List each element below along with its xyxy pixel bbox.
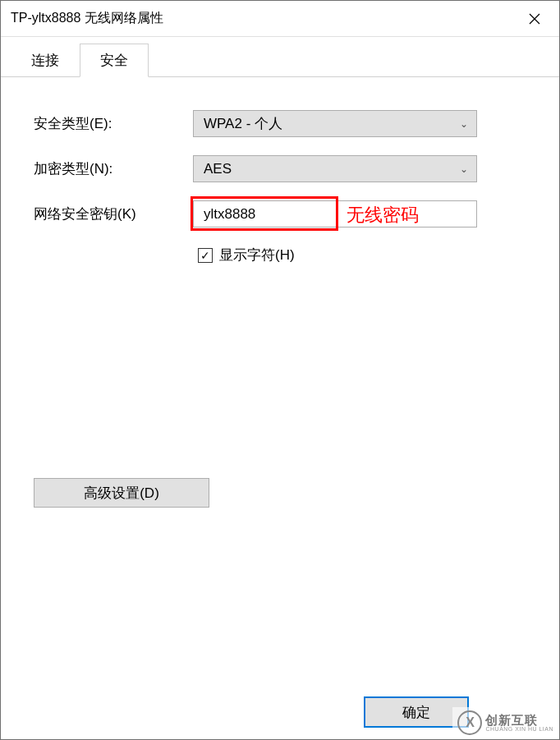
check-icon: ✓ bbox=[200, 249, 210, 262]
row-show-characters: ✓ 显示字符(H) bbox=[198, 246, 535, 264]
titlebar: TP-yltx8888 无线网络属性 bbox=[1, 1, 559, 37]
checkbox-show-characters[interactable]: ✓ bbox=[198, 248, 213, 263]
tab-connect[interactable]: 连接 bbox=[11, 44, 80, 76]
row-encryption-type: 加密类型(N): AES ⌄ bbox=[34, 155, 535, 182]
chevron-down-icon: ⌄ bbox=[460, 118, 468, 130]
label-security-type: 安全类型(E): bbox=[34, 114, 193, 133]
dropdown-encryption-type[interactable]: AES ⌄ bbox=[193, 155, 477, 182]
chevron-down-icon: ⌄ bbox=[460, 163, 468, 175]
label-network-key: 网络安全密钥(K) bbox=[34, 205, 193, 223]
network-key-input[interactable] bbox=[194, 201, 476, 227]
row-network-key: 网络安全密钥(K) 无线密码 bbox=[34, 200, 535, 228]
label-show-characters: 显示字符(H) bbox=[219, 246, 295, 264]
close-icon bbox=[529, 13, 540, 25]
row-security-type: 安全类型(E): WPA2 - 个人 ⌄ bbox=[34, 110, 535, 137]
tab-strip: 连接 安全 bbox=[1, 37, 559, 77]
network-key-input-wrap: 无线密码 bbox=[193, 200, 477, 228]
advanced-settings-button[interactable]: 高级设置(D) bbox=[34, 478, 209, 508]
tab-security[interactable]: 安全 bbox=[80, 44, 149, 77]
dropdown-security-type-value: WPA2 - 个人 bbox=[204, 114, 282, 133]
dropdown-encryption-type-value: AES bbox=[204, 161, 232, 177]
tab-content: 安全类型(E): WPA2 - 个人 ⌄ 加密类型(N): AES ⌄ 网络安全… bbox=[1, 77, 559, 685]
dialog-window: TP-yltx8888 无线网络属性 连接 安全 安全类型(E): WPA2 -… bbox=[0, 0, 560, 740]
dropdown-security-type[interactable]: WPA2 - 个人 ⌄ bbox=[193, 110, 477, 137]
footer: 确定 bbox=[1, 685, 559, 739]
close-button[interactable] bbox=[510, 1, 559, 37]
label-encryption-type: 加密类型(N): bbox=[34, 159, 193, 178]
window-title: TP-yltx8888 无线网络属性 bbox=[11, 10, 163, 27]
ok-button[interactable]: 确定 bbox=[364, 696, 469, 728]
